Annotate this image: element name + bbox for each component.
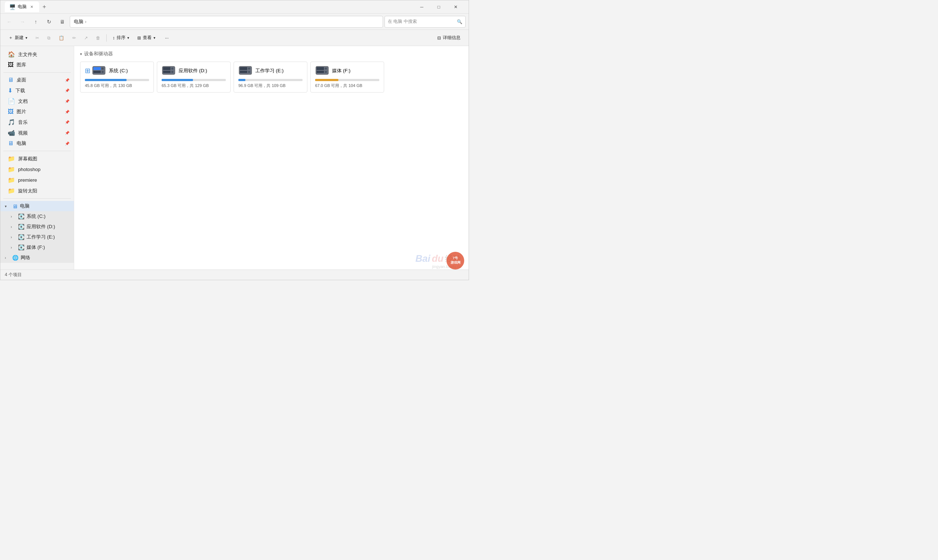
breadcrumb[interactable]: 电脑 › [70, 16, 383, 28]
details-button[interactable]: ⊟ 详细信息 [434, 32, 464, 44]
tree-item-network[interactable]: › 🌐 网络 [0, 252, 74, 263]
tree-e-icon: 💽 [18, 234, 24, 240]
tree-item-f[interactable]: › 💽 媒体 (F:) [0, 242, 74, 252]
sidebar-item-premiere[interactable]: 📁 premiere [2, 175, 73, 185]
sidebar-item-photoshop[interactable]: 📁 photoshop [2, 164, 73, 175]
more-button[interactable]: ··· [161, 32, 172, 44]
pin-icon-2: 📌 [65, 88, 69, 92]
breadcrumb-path: 电脑 [74, 18, 83, 25]
sidebar-item-pictures[interactable]: 🖼 图片 📌 [2, 106, 73, 117]
tree-item-computer[interactable]: ▾ 🖥 电脑 [0, 201, 74, 211]
sidebar-item-home[interactable]: 🏠 主文件夹 [2, 49, 73, 60]
computer-icon: 🖥 [8, 140, 14, 147]
view-button[interactable]: ⊞ 查看 ▾ [134, 32, 159, 44]
paste-icon: 📋 [59, 35, 64, 40]
drive-e-label: 工作学习 (E:) [255, 68, 284, 74]
svg-point-3 [102, 68, 104, 70]
new-dropdown-icon: ▾ [25, 36, 27, 40]
sidebar-item-gallery[interactable]: 🖼 图库 [2, 60, 73, 70]
drive-card-f[interactable]: 媒体 (F:) 67.0 GB 可用，共 104 GB [310, 62, 384, 92]
sort-icon: ↕ [113, 35, 115, 40]
copy-icon: ⧉ [47, 35, 51, 40]
screenshots-folder-icon: 📁 [8, 155, 15, 162]
up-button[interactable]: ↑ [30, 16, 42, 28]
tree-item-d[interactable]: › 💽 应用软件 (D:) [0, 222, 74, 232]
delete-button[interactable]: 🗑 [92, 32, 104, 44]
drive-card-d[interactable]: 应用软件 (D:) 65.3 GB 可用，共 129 GB [157, 62, 231, 92]
maximize-button[interactable]: □ [430, 0, 447, 14]
windows-logo-icon: ⊞ [85, 67, 90, 75]
tree-network-icon: 🌐 [12, 255, 19, 261]
minimize-button[interactable]: ─ [413, 0, 430, 14]
drive-f-info: 67.0 GB 可用，共 104 GB [315, 83, 380, 88]
sidebar-item-documents[interactable]: 📄 文档 📌 [2, 96, 73, 106]
new-label: 新建 [15, 35, 24, 41]
sidebar-item-desktop[interactable]: 🖥 桌面 📌 [2, 75, 73, 85]
sort-button[interactable]: ↕ 排序 ▾ [109, 32, 133, 44]
documents-icon: 📄 [8, 98, 15, 105]
share-icon: ↗ [84, 35, 88, 40]
sidebar-item-rotating-sun[interactable]: 📁 旋转太阳 [2, 185, 73, 196]
drive-e-header: 工作学习 (E:) [238, 66, 302, 76]
cut-button[interactable]: ✂ [32, 32, 43, 44]
drive-c-label: 系统 (C:) [109, 68, 128, 74]
sidebar-item-computer[interactable]: 🖥 电脑 📌 [2, 138, 73, 149]
refresh-button[interactable]: ↻ [43, 16, 55, 28]
copy-button[interactable]: ⧉ [43, 32, 54, 44]
nav-icon-button[interactable]: 🖥 [57, 16, 68, 28]
svg-rect-7 [163, 71, 170, 73]
window-tab[interactable]: 🖥️ 电脑 ✕ [5, 2, 39, 12]
tab-close-button[interactable]: ✕ [29, 4, 35, 10]
svg-rect-2 [93, 71, 101, 73]
drive-d-progress-bg [162, 79, 226, 81]
drive-card-c[interactable]: ⊞ 系统 (C:) [80, 62, 154, 92]
sidebar-item-screenshots[interactable]: 📁 屏幕截图 [2, 153, 73, 164]
tree-arrow-network: › [5, 256, 10, 260]
toolbar: ＋ 新建 ▾ ✂ ⧉ 📋 ✏ ↗ 🗑 ↕ 排序 ▾ ⊞ 查看 [0, 30, 469, 46]
search-box[interactable]: 在 电脑 中搜索 🔍 [384, 16, 466, 28]
tree-f-icon: 💽 [18, 245, 24, 250]
sidebar-item-videos[interactable]: 📹 视频 📌 [2, 128, 73, 138]
close-button[interactable]: ✕ [447, 0, 464, 14]
forward-button[interactable]: → [17, 16, 28, 28]
status-bar: 4 个项目 [0, 269, 469, 280]
sidebar-music-label: 音乐 [18, 119, 28, 126]
rename-icon: ✏ [73, 35, 76, 40]
tree-arrow-e: › [11, 235, 16, 239]
window-controls: ─ □ ✕ [413, 0, 464, 14]
paste-button[interactable]: 📋 [55, 32, 68, 44]
drive-f-hdd-icon [315, 66, 329, 76]
svg-rect-1 [93, 67, 101, 70]
pin-icon-7: 📌 [65, 142, 69, 146]
sidebar-item-downloads[interactable]: ⬇ 下载 📌 [2, 85, 73, 96]
tree-item-c[interactable]: › 💽 系统 (C:) [0, 211, 74, 222]
gallery-icon: 🖼 [8, 62, 14, 68]
svg-rect-12 [240, 71, 247, 73]
title-bar: 🖥️ 电脑 ✕ ＋ ─ □ ✕ [0, 0, 469, 14]
sidebar-rotating-sun-label: 旋转太阳 [18, 188, 37, 194]
drive-c-progress-fill [85, 79, 127, 81]
section-header-devices[interactable]: ▾ 设备和驱动器 [80, 51, 463, 57]
drive-d-hdd-icon [162, 66, 176, 76]
search-placeholder: 在 电脑 中搜索 [388, 18, 417, 25]
breadcrumb-separator: › [85, 19, 86, 24]
back-button[interactable]: ← [3, 16, 15, 28]
tree-item-e[interactable]: › 💽 工作学习 (E:) [0, 232, 74, 242]
svg-point-9 [171, 71, 173, 73]
tree-d-label: 应用软件 (D:) [26, 223, 55, 230]
sidebar-item-music[interactable]: 🎵 音乐 📌 [2, 117, 73, 128]
drive-c-hdd-icon [92, 66, 106, 76]
sidebar-desktop-label: 桌面 [17, 77, 26, 83]
new-icon: ＋ [8, 35, 13, 41]
share-button[interactable]: ↗ [80, 32, 91, 44]
content-area: ▾ 设备和驱动器 ⊞ [74, 46, 469, 269]
new-button[interactable]: ＋ 新建 ▾ [5, 32, 31, 44]
sidebar-divider-3 [3, 198, 71, 199]
pin-icon-6: 📌 [65, 131, 69, 135]
drive-d-header: 应用软件 (D:) [162, 66, 226, 76]
drive-card-e[interactable]: 工作学习 (E:) 96.9 GB 可用，共 109 GB [234, 62, 307, 92]
rename-button[interactable]: ✏ [69, 32, 80, 44]
new-tab-button[interactable]: ＋ [39, 2, 49, 12]
pin-icon: 📌 [65, 78, 69, 82]
pictures-icon: 🖼 [8, 108, 14, 115]
